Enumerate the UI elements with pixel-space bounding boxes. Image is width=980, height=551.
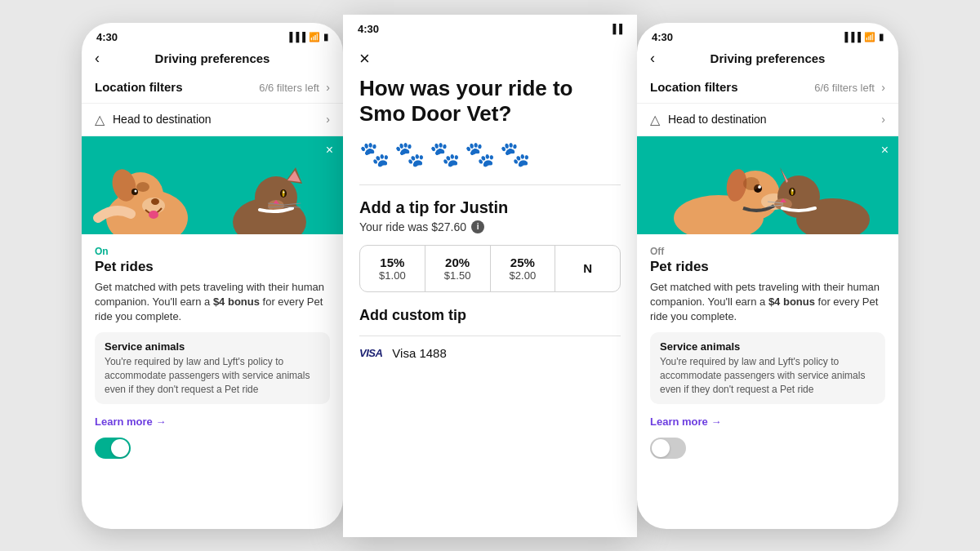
pet-banner-close-left[interactable]: × — [326, 143, 333, 158]
status-icons-right: ▐▐▐ 📶 ▮ — [842, 32, 884, 42]
nav-header-right: ‹ Driving preferences — [637, 47, 898, 72]
service-animals-box-left: Service animals You're required by law a… — [95, 332, 330, 404]
visa-logo: VISA — [359, 347, 382, 359]
visa-row: VISA Visa 1488 — [359, 346, 621, 360]
status-icons-middle: ▐▐ — [609, 24, 622, 33]
tip-option-none[interactable]: N — [555, 246, 620, 291]
destination-icon-left: △ — [95, 112, 105, 127]
pet-illustration-left — [82, 136, 343, 234]
back-button-right[interactable]: ‹ — [650, 50, 655, 67]
destination-row-right[interactable]: △ Head to destination › — [637, 104, 898, 136]
status-bar-left: 4:30 ▐▐▐ 📶 ▮ — [82, 23, 343, 47]
pet-rides-title-right: Pet rides — [650, 259, 885, 275]
pet-rides-section-left: On Pet rides Get matched with pets trave… — [82, 234, 343, 466]
ride-question: How was your ride to Smo Door Vet? — [359, 76, 621, 127]
nav-title-right: Driving preferences — [710, 51, 826, 65]
add-custom-tip[interactable]: Add custom tip — [359, 307, 621, 324]
location-filters-row-left[interactable]: Location filters 6/6 filters left › — [82, 72, 343, 104]
destination-left-r: △ Head to destination — [650, 112, 767, 127]
pet-banner-right: × — [637, 136, 898, 234]
svg-point-5 — [149, 211, 158, 219]
svg-point-37 — [791, 189, 794, 195]
service-animals-desc-left: You're required by law and Lyft's policy… — [105, 355, 320, 396]
status-time-right: 4:30 — [652, 31, 673, 43]
destination-icon-right: △ — [650, 112, 660, 127]
paw-1: 🐾 — [359, 140, 390, 168]
tip-pct-none: N — [583, 261, 592, 275]
svg-point-8 — [136, 182, 149, 192]
svg-point-16 — [283, 190, 285, 197]
learn-more-right[interactable]: Learn more → — [650, 415, 721, 428]
paw-2: 🐾 — [394, 140, 425, 168]
tip-option-15[interactable]: 15% $1.00 — [360, 246, 425, 291]
toggle-left[interactable] — [95, 438, 131, 459]
bonus-text-left: $4 bonus — [213, 295, 260, 308]
close-button-middle[interactable]: × — [359, 38, 370, 76]
location-filters-meta-right: 6/6 filters left › — [814, 80, 885, 95]
bonus-text-right: $4 bonus — [768, 295, 815, 308]
tip-pct-20: 20% — [445, 256, 470, 269]
visa-number: Visa 1488 — [392, 346, 446, 360]
signal-icon-r: ▐▐▐ — [842, 32, 861, 42]
pet-rides-status-right: Off — [650, 246, 885, 257]
middle-content: × How was your ride to Smo Door Vet? 🐾 🐾… — [343, 38, 637, 537]
destination-text-left: Head to destination — [113, 113, 212, 126]
pet-rides-section-right: Off Pet rides Get matched with pets trav… — [637, 234, 898, 466]
service-animals-desc-right: You're required by law and Lyft's policy… — [660, 355, 875, 396]
service-animals-title-right: Service animals — [660, 340, 875, 353]
content-left: Location filters 6/6 filters left › △ He… — [82, 72, 343, 529]
location-filters-label-right: Location filters — [650, 80, 738, 94]
svg-point-4 — [151, 198, 159, 205]
tip-amt-20: $1.50 — [444, 269, 471, 282]
back-button-left[interactable]: ‹ — [95, 50, 100, 67]
tip-option-20[interactable]: 20% $1.50 — [425, 246, 491, 291]
svg-point-38 — [792, 189, 794, 191]
pet-rides-desc-left: Get matched with pets traveling with the… — [95, 280, 330, 325]
signal-icon: ▐▐▐ — [287, 32, 305, 42]
tip-pct-15: 15% — [380, 256, 404, 269]
location-filters-label-left: Location filters — [95, 80, 183, 94]
battery-icon: ▮ — [323, 32, 328, 42]
location-filters-meta-left: 6/6 filters left › — [259, 80, 330, 95]
destination-text-right: Head to destination — [668, 113, 767, 126]
nav-title-left: Driving preferences — [155, 51, 270, 65]
tip-amt-15: $1.00 — [379, 269, 406, 282]
destination-left: △ Head to destination — [95, 112, 212, 127]
learn-more-left[interactable]: Learn more → — [95, 415, 166, 428]
chevron-icon-right: › — [881, 81, 885, 94]
tip-option-25[interactable]: 25% $2.00 — [491, 246, 556, 291]
tip-divider — [359, 184, 621, 185]
wifi-icon-r: 📶 — [864, 32, 875, 42]
tip-options-row: 15% $1.00 20% $1.50 25% $2.00 N — [359, 245, 621, 292]
nav-header-left: ‹ Driving preferences — [82, 47, 343, 72]
content-right: Location filters 6/6 filters left › △ He… — [637, 72, 898, 529]
destination-chevron-right: › — [881, 113, 885, 126]
tip-section-title: Add a tip for Justin — [359, 198, 621, 217]
pet-rides-status-left: On — [95, 246, 330, 257]
ride-cost-text: Your ride was $27.60 — [359, 220, 466, 233]
status-icons-left: ▐▐▐ 📶 ▮ — [287, 32, 328, 42]
destination-row-left[interactable]: △ Head to destination › — [82, 104, 343, 136]
service-animals-box-right: Service animals You're required by law a… — [650, 332, 885, 404]
visa-divider — [359, 335, 621, 336]
status-bar-middle: 4:30 ▐▐ — [343, 15, 637, 38]
pet-banner-left: × — [82, 136, 343, 234]
svg-point-29 — [743, 177, 760, 190]
status-time-left: 4:30 — [96, 31, 118, 43]
battery-icon-r: ▮ — [879, 32, 884, 42]
signal-icon-m: ▐▐ — [609, 24, 622, 33]
pet-rides-desc-right: Get matched with pets traveling with the… — [650, 280, 885, 325]
chevron-icon-left: › — [326, 81, 330, 94]
wifi-icon: 📶 — [309, 32, 320, 42]
pet-rides-title-left: Pet rides — [95, 259, 330, 275]
status-time-middle: 4:30 — [358, 23, 379, 35]
paw-3: 🐾 — [430, 140, 460, 168]
status-bar-right: 4:30 ▐▐▐ 📶 ▮ — [637, 23, 898, 47]
paw-4: 🐾 — [465, 140, 495, 168]
location-filters-row-right[interactable]: Location filters 6/6 filters left › — [637, 72, 898, 104]
destination-chevron-left: › — [326, 113, 330, 126]
pet-banner-close-right[interactable]: × — [881, 143, 889, 158]
pet-illustration-right — [637, 136, 898, 234]
ride-cost-row: Your ride was $27.60 i — [359, 220, 621, 233]
toggle-right[interactable] — [650, 438, 686, 459]
